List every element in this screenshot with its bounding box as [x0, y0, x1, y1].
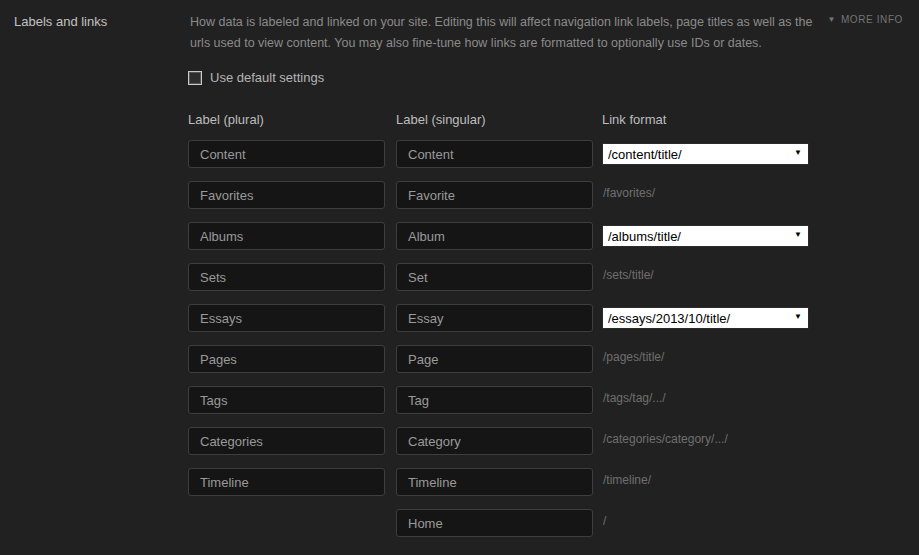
- more-info-toggle[interactable]: ▼MORE INFO: [827, 14, 903, 25]
- label-singular-input[interactable]: [396, 427, 593, 455]
- link-format-select[interactable]: /content/title/: [602, 143, 809, 165]
- link-format-text: /pages/title/: [603, 350, 664, 364]
- link-format-select[interactable]: /albums/title/: [602, 225, 809, 247]
- label-plural-input[interactable]: [188, 263, 385, 291]
- label-plural-input[interactable]: [188, 386, 385, 414]
- label-plural-input[interactable]: [188, 345, 385, 373]
- link-format-select-wrap: /albums/title/ ▼: [602, 225, 809, 247]
- label-plural-input[interactable]: [188, 427, 385, 455]
- column-header-label-plural: Label (plural): [188, 112, 264, 127]
- label-singular-input[interactable]: [396, 263, 593, 291]
- section-description: How data is labeled and linked on your s…: [190, 12, 815, 54]
- label-singular-input[interactable]: [396, 345, 593, 373]
- section-title: Labels and links: [14, 14, 107, 29]
- link-format-text: /tags/tag/.../: [603, 391, 666, 405]
- labels-and-links-settings-page: { "header": { "section_title": "Labels a…: [0, 0, 919, 555]
- label-singular-input[interactable]: [396, 181, 593, 209]
- label-plural-input[interactable]: [188, 304, 385, 332]
- use-default-settings-checkbox[interactable]: [188, 71, 202, 85]
- link-format-select-wrap: /content/title/ ▼: [602, 143, 809, 165]
- link-format-text: /favorites/: [603, 186, 655, 200]
- column-header-label-singular: Label (singular): [396, 112, 486, 127]
- label-plural-input[interactable]: [188, 468, 385, 496]
- label-singular-input[interactable]: [396, 468, 593, 496]
- label-singular-input[interactable]: [396, 509, 593, 537]
- use-default-settings-row: Use default settings: [188, 70, 324, 85]
- link-format-select-wrap: /essays/2013/10/title/ ▼: [602, 307, 809, 329]
- more-info-label: MORE INFO: [841, 14, 903, 25]
- label-plural-input[interactable]: [188, 222, 385, 250]
- label-singular-input[interactable]: [396, 222, 593, 250]
- use-default-settings-label: Use default settings: [210, 70, 324, 85]
- label-singular-input[interactable]: [396, 140, 593, 168]
- label-singular-input[interactable]: [396, 386, 593, 414]
- link-format-text: /timeline/: [603, 473, 651, 487]
- link-format-text: /: [603, 514, 606, 528]
- link-format-select[interactable]: /essays/2013/10/title/: [602, 307, 809, 329]
- link-format-text: /categories/category/.../: [603, 432, 728, 446]
- label-singular-input[interactable]: [396, 304, 593, 332]
- link-format-text: /sets/title/: [603, 268, 654, 282]
- label-plural-input[interactable]: [188, 140, 385, 168]
- chevron-down-icon: ▼: [827, 15, 836, 24]
- label-plural-input[interactable]: [188, 181, 385, 209]
- column-header-link-format: Link format: [602, 112, 666, 127]
